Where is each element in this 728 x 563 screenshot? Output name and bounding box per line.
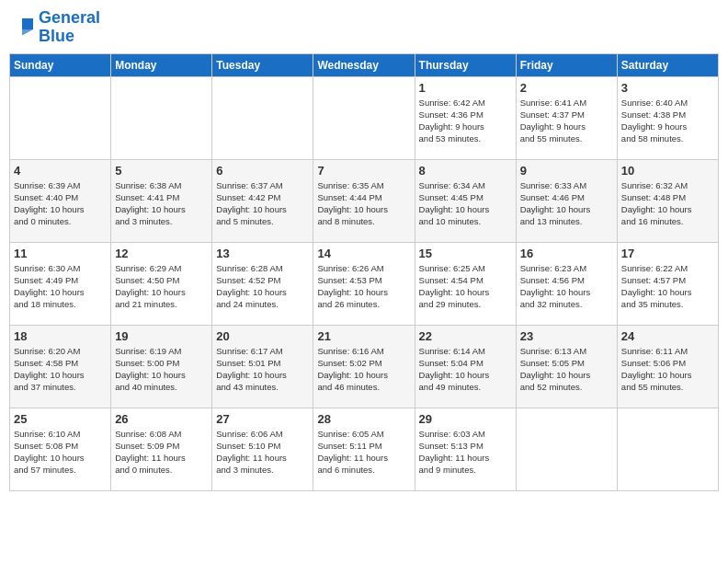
day-info: Sunrise: 6:29 AMSunset: 4:50 PMDaylight:…: [115, 262, 208, 311]
week-row-3: 11Sunrise: 6:30 AMSunset: 4:49 PMDayligh…: [10, 242, 719, 325]
day-cell: 26Sunrise: 6:08 AMSunset: 5:09 PMDayligh…: [111, 408, 212, 490]
week-row-4: 18Sunrise: 6:20 AMSunset: 4:58 PMDayligh…: [10, 325, 719, 408]
day-cell: 24Sunrise: 6:11 AMSunset: 5:06 PMDayligh…: [617, 325, 718, 408]
day-cell: 7Sunrise: 6:35 AMSunset: 4:44 PMDaylight…: [313, 159, 415, 242]
day-number: 15: [419, 247, 512, 260]
day-number: 9: [520, 164, 613, 178]
day-info: Sunrise: 6:40 AMSunset: 4:38 PMDaylight:…: [621, 97, 714, 145]
day-cell: 11Sunrise: 6:30 AMSunset: 4:49 PMDayligh…: [10, 242, 111, 325]
day-info: Sunrise: 6:32 AMSunset: 4:48 PMDaylight:…: [621, 179, 714, 228]
day-cell: 17Sunrise: 6:22 AMSunset: 4:57 PMDayligh…: [617, 242, 718, 325]
day-cell: 8Sunrise: 6:34 AMSunset: 4:45 PMDaylight…: [415, 159, 516, 242]
day-cell: [313, 76, 415, 159]
day-number: 26: [115, 412, 208, 426]
logo: General Blue: [13, 9, 100, 46]
day-info: Sunrise: 6:17 AMSunset: 5:01 PMDaylight:…: [216, 345, 309, 394]
logo-text-line1: General: [39, 9, 100, 28]
day-cell: [10, 76, 111, 159]
day-info: Sunrise: 6:06 AMSunset: 5:10 PMDaylight:…: [216, 428, 309, 477]
calendar-table: SundayMondayTuesdayWednesdayThursdayFrid…: [9, 53, 719, 491]
day-info: Sunrise: 6:35 AMSunset: 4:44 PMDaylight:…: [317, 179, 410, 228]
day-info: Sunrise: 6:16 AMSunset: 5:02 PMDaylight:…: [317, 345, 410, 394]
day-cell: 19Sunrise: 6:19 AMSunset: 5:00 PMDayligh…: [111, 325, 212, 408]
day-cell: 21Sunrise: 6:16 AMSunset: 5:02 PMDayligh…: [313, 325, 415, 408]
day-cell: 18Sunrise: 6:20 AMSunset: 4:58 PMDayligh…: [10, 325, 111, 408]
day-number: 10: [621, 164, 714, 178]
day-info: Sunrise: 6:23 AMSunset: 4:56 PMDaylight:…: [520, 262, 613, 311]
day-number: 24: [621, 329, 714, 343]
day-number: 7: [317, 164, 410, 178]
day-info: Sunrise: 6:39 AMSunset: 4:40 PMDaylight:…: [14, 179, 107, 228]
day-info: Sunrise: 6:13 AMSunset: 5:05 PMDaylight:…: [520, 345, 613, 394]
week-row-5: 25Sunrise: 6:10 AMSunset: 5:08 PMDayligh…: [10, 408, 719, 490]
day-number: 8: [419, 164, 512, 178]
col-header-wednesday: Wednesday: [313, 53, 415, 76]
col-header-tuesday: Tuesday: [212, 53, 313, 76]
week-row-1: 1Sunrise: 6:42 AMSunset: 4:36 PMDaylight…: [10, 76, 719, 159]
logo-icon: [15, 15, 37, 37]
day-info: Sunrise: 6:14 AMSunset: 5:04 PMDaylight:…: [419, 345, 512, 394]
day-cell: 14Sunrise: 6:26 AMSunset: 4:53 PMDayligh…: [313, 242, 415, 325]
day-info: Sunrise: 6:19 AMSunset: 5:00 PMDaylight:…: [115, 345, 208, 394]
day-info: Sunrise: 6:10 AMSunset: 5:08 PMDaylight:…: [14, 428, 107, 477]
day-number: 21: [317, 329, 410, 343]
day-number: 27: [216, 412, 309, 426]
day-number: 17: [621, 247, 714, 260]
day-cell: 10Sunrise: 6:32 AMSunset: 4:48 PMDayligh…: [617, 159, 718, 242]
day-number: 2: [520, 81, 613, 95]
day-cell: 6Sunrise: 6:37 AMSunset: 4:42 PMDaylight…: [212, 159, 313, 242]
day-cell: 22Sunrise: 6:14 AMSunset: 5:04 PMDayligh…: [415, 325, 516, 408]
day-number: 23: [520, 329, 613, 343]
day-info: Sunrise: 6:37 AMSunset: 4:42 PMDaylight:…: [216, 179, 309, 228]
day-cell: 28Sunrise: 6:05 AMSunset: 5:11 PMDayligh…: [313, 408, 415, 490]
day-number: 5: [115, 164, 208, 178]
day-cell: 27Sunrise: 6:06 AMSunset: 5:10 PMDayligh…: [212, 408, 313, 490]
day-info: Sunrise: 6:38 AMSunset: 4:41 PMDaylight:…: [115, 179, 208, 228]
day-number: 12: [115, 247, 208, 260]
header-row: SundayMondayTuesdayWednesdayThursdayFrid…: [10, 53, 719, 76]
col-header-sunday: Sunday: [10, 53, 111, 76]
day-cell: 5Sunrise: 6:38 AMSunset: 4:41 PMDaylight…: [111, 159, 212, 242]
day-cell: 16Sunrise: 6:23 AMSunset: 4:56 PMDayligh…: [516, 242, 617, 325]
day-number: 3: [621, 81, 714, 95]
day-cell: 4Sunrise: 6:39 AMSunset: 4:40 PMDaylight…: [10, 159, 111, 242]
day-info: Sunrise: 6:30 AMSunset: 4:49 PMDaylight:…: [14, 262, 107, 311]
logo-text-line2: Blue: [39, 28, 100, 46]
day-number: 29: [419, 412, 512, 426]
day-number: 6: [216, 164, 309, 178]
day-number: 22: [419, 329, 512, 343]
day-info: Sunrise: 6:25 AMSunset: 4:54 PMDaylight:…: [419, 262, 512, 311]
day-info: Sunrise: 6:28 AMSunset: 4:52 PMDaylight:…: [216, 262, 309, 311]
day-cell: 2Sunrise: 6:41 AMSunset: 4:37 PMDaylight…: [516, 76, 617, 159]
day-number: 11: [14, 247, 107, 260]
day-info: Sunrise: 6:03 AMSunset: 5:13 PMDaylight:…: [419, 428, 512, 477]
day-info: Sunrise: 6:22 AMSunset: 4:57 PMDaylight:…: [621, 262, 714, 311]
day-cell: 9Sunrise: 6:33 AMSunset: 4:46 PMDaylight…: [516, 159, 617, 242]
col-header-friday: Friday: [516, 53, 617, 76]
col-header-thursday: Thursday: [415, 53, 516, 76]
day-cell: 20Sunrise: 6:17 AMSunset: 5:01 PMDayligh…: [212, 325, 313, 408]
day-number: 14: [317, 247, 410, 260]
day-number: 25: [14, 412, 107, 426]
day-info: Sunrise: 6:41 AMSunset: 4:37 PMDaylight:…: [520, 97, 613, 145]
day-cell: 12Sunrise: 6:29 AMSunset: 4:50 PMDayligh…: [111, 242, 212, 325]
day-number: 1: [419, 81, 512, 95]
day-info: Sunrise: 6:08 AMSunset: 5:09 PMDaylight:…: [115, 428, 208, 477]
day-cell: [617, 408, 718, 490]
day-info: Sunrise: 6:11 AMSunset: 5:06 PMDaylight:…: [621, 345, 714, 394]
day-number: 4: [14, 164, 107, 178]
day-cell: 3Sunrise: 6:40 AMSunset: 4:38 PMDaylight…: [617, 76, 718, 159]
page-header: General Blue: [9, 9, 719, 46]
svg-marker-1: [22, 29, 33, 35]
col-header-monday: Monday: [111, 53, 212, 76]
day-number: 13: [216, 247, 309, 260]
day-number: 28: [317, 412, 410, 426]
day-cell: 29Sunrise: 6:03 AMSunset: 5:13 PMDayligh…: [415, 408, 516, 490]
day-info: Sunrise: 6:20 AMSunset: 4:58 PMDaylight:…: [14, 345, 107, 394]
day-number: 18: [14, 329, 107, 343]
day-info: Sunrise: 6:34 AMSunset: 4:45 PMDaylight:…: [419, 179, 512, 228]
day-info: Sunrise: 6:33 AMSunset: 4:46 PMDaylight:…: [520, 179, 613, 228]
day-info: Sunrise: 6:26 AMSunset: 4:53 PMDaylight:…: [317, 262, 410, 311]
day-cell: [212, 76, 313, 159]
day-number: 19: [115, 329, 208, 343]
